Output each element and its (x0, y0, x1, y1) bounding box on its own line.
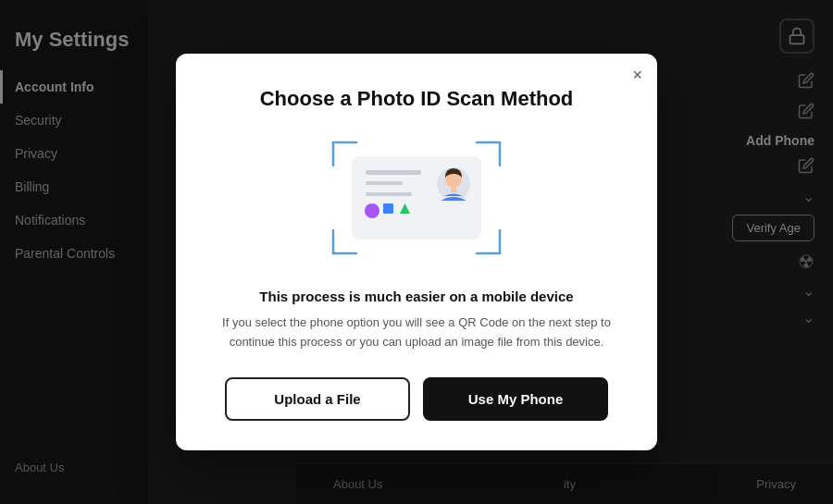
svg-rect-2 (366, 170, 421, 175)
id-scan-illustration (213, 133, 620, 263)
modal-dialog: × Choose a Photo ID Scan Method (176, 54, 657, 451)
modal-buttons: Upload a File Use My Phone (213, 377, 620, 421)
modal-title: Choose a Photo ID Scan Method (213, 87, 620, 111)
upload-file-button[interactable]: Upload a File (225, 377, 410, 421)
modal-close-button[interactable]: × (632, 67, 642, 83)
modal-overlay[interactable]: × Choose a Photo ID Scan Method (0, 0, 833, 504)
svg-point-5 (365, 203, 379, 218)
svg-rect-4 (366, 192, 412, 196)
svg-rect-6 (383, 203, 393, 214)
svg-rect-10 (451, 187, 456, 192)
svg-rect-3 (366, 181, 403, 185)
modal-description: If you select the phone option you will … (213, 313, 620, 352)
modal-subtitle: This process is much easier on a mobile … (213, 289, 620, 304)
use-phone-button[interactable]: Use My Phone (423, 377, 608, 421)
